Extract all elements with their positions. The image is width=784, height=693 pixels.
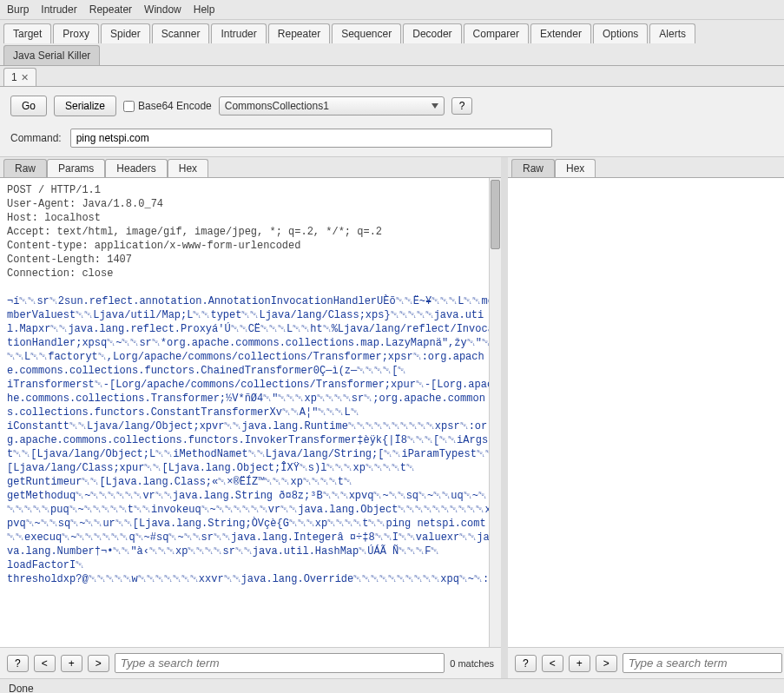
tab-spider[interactable]: Spider — [101, 23, 150, 43]
tab-decoder[interactable]: Decoder — [403, 23, 461, 43]
tab-sequencer[interactable]: Sequencer — [332, 23, 401, 43]
menu-bar: Burp Intruder Repeater Window Help — [0, 0, 784, 20]
menu-intruder[interactable]: Intruder — [41, 3, 76, 16]
tab-alerts[interactable]: Alerts — [649, 23, 695, 43]
close-icon[interactable]: ✕ — [21, 72, 29, 83]
response-tab-hex[interactable]: Hex — [555, 159, 596, 177]
response-searchbar: ? < + > — [508, 647, 784, 678]
search-add-button[interactable]: + — [61, 655, 82, 672]
menu-help[interactable]: Help — [194, 3, 215, 16]
resp-search-help-button[interactable]: ? — [515, 655, 537, 672]
serialize-button[interactable]: Serialize — [54, 96, 116, 116]
tab-scanner[interactable]: Scanner — [152, 23, 210, 43]
request-view-tabs: Raw Params Headers Hex — [0, 157, 501, 178]
menu-burp[interactable]: Burp — [7, 3, 29, 16]
split-pane: Raw Params Headers Hex POST / HTTP/1.1 U… — [0, 156, 784, 678]
base64-checkbox-wrap[interactable]: Base64 Encode — [123, 100, 212, 112]
command-row: Command: — [0, 125, 784, 156]
resp-search-add-button[interactable]: + — [569, 655, 590, 672]
tab-java-serial-killer[interactable]: Java Serial Killer — [3, 45, 100, 65]
response-pane: Raw Hex ? < + > — [508, 157, 784, 678]
tab-proxy[interactable]: Proxy — [53, 23, 99, 43]
search-matches: 0 matches — [450, 658, 494, 669]
scroll-thumb[interactable] — [491, 180, 500, 249]
response-editor[interactable] — [508, 178, 784, 647]
request-searchbar: ? < + > 0 matches — [0, 647, 501, 678]
response-tab-raw[interactable]: Raw — [511, 159, 555, 177]
toolbar: Go Serialize Base64 Encode CommonsCollec… — [0, 87, 784, 125]
go-button[interactable]: Go — [10, 96, 47, 116]
request-editor[interactable]: POST / HTTP/1.1 User-Agent: Java/1.8.0_7… — [0, 178, 501, 647]
base64-label: Base64 Encode — [138, 100, 212, 112]
request-pane: Raw Params Headers Hex POST / HTTP/1.1 U… — [0, 157, 508, 678]
request-tab-hex[interactable]: Hex — [168, 159, 208, 177]
command-input[interactable] — [70, 129, 552, 148]
menu-window[interactable]: Window — [144, 3, 181, 16]
main-tab-bar: Target Proxy Spider Scanner Intruder Rep… — [0, 20, 784, 66]
response-view-tabs: Raw Hex — [508, 157, 784, 178]
status-text: Done — [9, 683, 34, 693]
search-prev-button[interactable]: < — [34, 655, 56, 672]
resp-search-input[interactable] — [623, 653, 782, 673]
request-headers-text: POST / HTTP/1.1 User-Agent: Java/1.8.0_7… — [7, 184, 382, 280]
resp-search-next-button[interactable]: > — [596, 655, 617, 672]
sub-tab-1[interactable]: 1 ✕ — [3, 68, 36, 86]
status-bar: Done — [0, 678, 784, 693]
command-label: Command: — [10, 132, 62, 144]
request-editor-wrap: POST / HTTP/1.1 User-Agent: Java/1.8.0_7… — [0, 178, 501, 647]
tab-target[interactable]: Target — [3, 23, 51, 43]
tab-extender[interactable]: Extender — [530, 23, 591, 43]
search-input[interactable] — [115, 653, 445, 673]
tab-intruder[interactable]: Intruder — [211, 23, 266, 43]
payload-dropdown[interactable]: CommonsCollections1 — [219, 96, 445, 116]
request-tab-raw[interactable]: Raw — [3, 159, 47, 177]
tab-options[interactable]: Options — [593, 23, 648, 43]
sub-tab-label: 1 — [11, 71, 17, 83]
scrollbar[interactable] — [489, 178, 501, 647]
search-next-button[interactable]: > — [88, 655, 109, 672]
tab-comparer[interactable]: Comparer — [464, 23, 529, 43]
sub-tab-bar: 1 ✕ — [0, 66, 784, 87]
tab-repeater[interactable]: Repeater — [268, 23, 330, 43]
menu-repeater[interactable]: Repeater — [89, 3, 132, 16]
request-tab-headers[interactable]: Headers — [105, 159, 167, 177]
chevron-down-icon — [432, 103, 438, 109]
base64-checkbox[interactable] — [123, 101, 135, 112]
payload-dropdown-value: CommonsCollections1 — [225, 100, 329, 112]
search-help-button[interactable]: ? — [7, 655, 29, 672]
request-body-text: ¬í␀␀sr␀2sun.reflect.annotation.Annotatio… — [7, 295, 494, 585]
help-button[interactable]: ? — [451, 97, 473, 115]
resp-search-prev-button[interactable]: < — [542, 655, 563, 672]
request-tab-params[interactable]: Params — [47, 159, 105, 177]
